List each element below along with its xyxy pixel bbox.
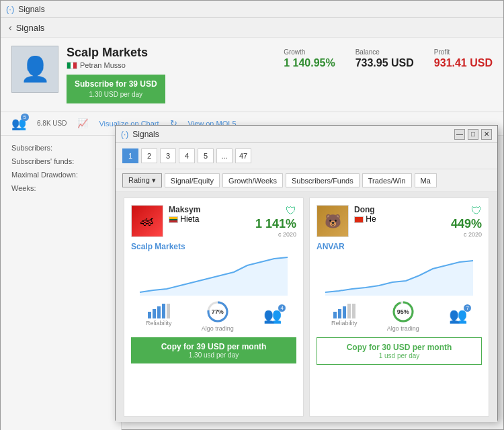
- card-growth-1: 🛡449%c 2020: [451, 205, 482, 238]
- subscribe-button[interactable]: Subscribe for 39 USD 1.30 USD per day: [67, 75, 165, 103]
- reliability-bars-1: [333, 305, 355, 318]
- card-signal-link-1[interactable]: ANVAR: [317, 242, 482, 251]
- window-controls: ― □ ✕: [454, 129, 492, 140]
- subscribers-metric-0: 👥4: [263, 307, 282, 325]
- filter-btn-trades-win[interactable]: Trades/Win: [362, 173, 412, 187]
- page-btn-2[interactable]: 2: [141, 148, 157, 163]
- subscribers-funds-label: 6.8K USD: [37, 120, 67, 127]
- subscribe-label: Subscribe for 39 USD: [75, 79, 157, 90]
- copy-button-1[interactable]: Copy for 30 USD per month1 usd per day: [317, 337, 482, 365]
- avatar-icon: 👤: [20, 55, 50, 83]
- card-author-0: Maksym Hieta: [169, 205, 255, 224]
- page-btn-47[interactable]: 47: [235, 148, 251, 163]
- card-flag-0: [169, 216, 178, 223]
- weeks-key: Weeks:: [11, 184, 110, 192]
- subscribers-icon-wrap: 👥 5: [11, 116, 26, 131]
- outer-title: Signals: [18, 5, 44, 14]
- copy-per-day-1: 1 usd per day: [322, 352, 476, 359]
- bar-2: [157, 306, 161, 318]
- algo-metric-1: 95%Algo trading: [387, 300, 419, 332]
- minimize-button[interactable]: ―: [454, 129, 465, 140]
- sub-count-badge-1: 7: [464, 304, 470, 312]
- bar-1: [338, 309, 341, 318]
- card-avatar-0: 🏎: [131, 205, 163, 237]
- author-name: Petran Musso: [80, 61, 126, 69]
- card-growth-0: 🛡1 141%c 2020: [255, 205, 296, 238]
- page-btn-1[interactable]: 1: [122, 148, 138, 163]
- profit-label: Profit: [434, 48, 493, 56]
- back-label: Signals: [16, 23, 45, 33]
- copy-button-0[interactable]: Copy for 39 USD per month1.30 usd per da…: [131, 337, 296, 363]
- algo-circle-0: 77%: [206, 300, 230, 324]
- back-nav[interactable]: ‹ Signals: [1, 18, 503, 38]
- subscriber-count-badge: 5: [21, 114, 29, 121]
- back-arrow-icon[interactable]: ‹: [9, 22, 12, 33]
- card-header-1: 🐻Dong He🛡449%c 2020: [317, 205, 482, 238]
- stat-balance: Balance 733.95 USD: [355, 48, 414, 69]
- avatar: 👤: [11, 46, 58, 93]
- filter-btn-signal-equity[interactable]: Signal/Equity: [165, 173, 220, 187]
- card-metrics-1: Reliability95%Algo trading👥7: [317, 300, 482, 332]
- signal-card-1: 🐻Dong He🛡449%c 2020ANVARReliability95%Al…: [309, 198, 489, 417]
- subscribers-funds-key: Subscribers' funds:: [11, 157, 110, 165]
- stats-row: Growth 1 140.95% Balance 733.95 USD Prof…: [284, 46, 493, 69]
- growth-since-0: c 2020: [255, 231, 296, 238]
- signal-name: Scalp Markets: [67, 46, 276, 60]
- reliability-metric-0: Reliability: [146, 305, 172, 327]
- signals-icon: (·): [6, 4, 14, 14]
- info-drawdown: Maximal Drawdown:: [11, 171, 110, 179]
- profit-value: 931.41 USD: [434, 57, 493, 69]
- cards-area: 🏎Maksym Hieta🛡1 141%c 2020Scalp MarketsR…: [116, 192, 497, 422]
- card-chart-1: [317, 255, 482, 296]
- inner-titlebar: (·) Signals ― □ ✕: [116, 126, 497, 143]
- shield-icon-0: 🛡: [255, 205, 296, 217]
- reliability-bars-0: [148, 305, 170, 318]
- algo-pct-label-1: 95%: [397, 308, 409, 315]
- card-author-lastname-0: Hieta: [178, 214, 199, 224]
- page-btn-5[interactable]: 5: [198, 148, 214, 163]
- profile-section: 👤 Scalp Markets Petran Musso Subscribe f…: [1, 38, 503, 112]
- outer-titlebar: (·) Signals: [1, 1, 503, 18]
- balance-label: Balance: [355, 48, 414, 56]
- growth-pct-0: 1 141%: [255, 217, 296, 231]
- sub-count-badge-0: 4: [278, 304, 285, 312]
- bar-1: [153, 309, 156, 318]
- algo-label-0: Algo trading: [202, 325, 234, 332]
- maximize-button[interactable]: □: [468, 129, 478, 140]
- balance-value: 733.95 USD: [355, 57, 414, 69]
- bar-4: [167, 304, 170, 318]
- growth-pct-1: 449%: [451, 217, 482, 231]
- bar-3: [162, 304, 165, 318]
- inner-title-text: Signals: [132, 130, 159, 139]
- algo-label-1: Algo trading: [387, 325, 419, 332]
- card-author-1: Dong He: [354, 205, 451, 224]
- left-panel: Subscribers: Subscribers' funds: Maximal…: [1, 136, 122, 430]
- page-btn-4[interactable]: 4: [179, 148, 195, 163]
- card-header-0: 🏎Maksym Hieta🛡1 141%c 2020: [131, 205, 296, 238]
- copy-per-day-0: 1.30 usd per day: [136, 351, 292, 359]
- subscribers-metric-1: 👥7: [449, 307, 467, 325]
- card-author-name-0: Maksym: [169, 205, 200, 214]
- page-btn-3[interactable]: 3: [160, 148, 176, 163]
- bar-0: [333, 312, 337, 318]
- close-button[interactable]: ✕: [481, 129, 492, 140]
- subscribe-per-day: 1.30 USD per day: [75, 90, 157, 99]
- drawdown-key: Maximal Drawdown:: [11, 171, 110, 179]
- bar-4: [352, 304, 355, 318]
- reliability-label-0: Reliability: [146, 320, 172, 327]
- page-btn-...[interactable]: ...: [216, 148, 233, 163]
- reliability-label-1: Reliability: [331, 320, 358, 327]
- sub-icon-wrap-1: 👥7: [449, 307, 467, 325]
- card-signal-link-0[interactable]: Scalp Markets: [131, 242, 296, 251]
- filter-btn-ma[interactable]: Ma: [415, 173, 437, 187]
- card-chart-0: [131, 255, 296, 296]
- filter-btn-subscribers-funds[interactable]: Subscribers/Funds: [286, 173, 360, 187]
- bar-2: [343, 306, 346, 318]
- filter-btn-rating[interactable]: Rating ▾: [122, 173, 162, 187]
- inner-title: (·) Signals: [121, 130, 454, 139]
- card-author-lastname-1: He: [364, 214, 376, 224]
- info-weeks: Weeks:: [11, 184, 110, 192]
- card-author-name-1: Dong: [354, 205, 375, 214]
- flag-italy-icon: [67, 62, 77, 69]
- filter-btn-growth-weeks[interactable]: Growth/Weeks: [222, 173, 283, 187]
